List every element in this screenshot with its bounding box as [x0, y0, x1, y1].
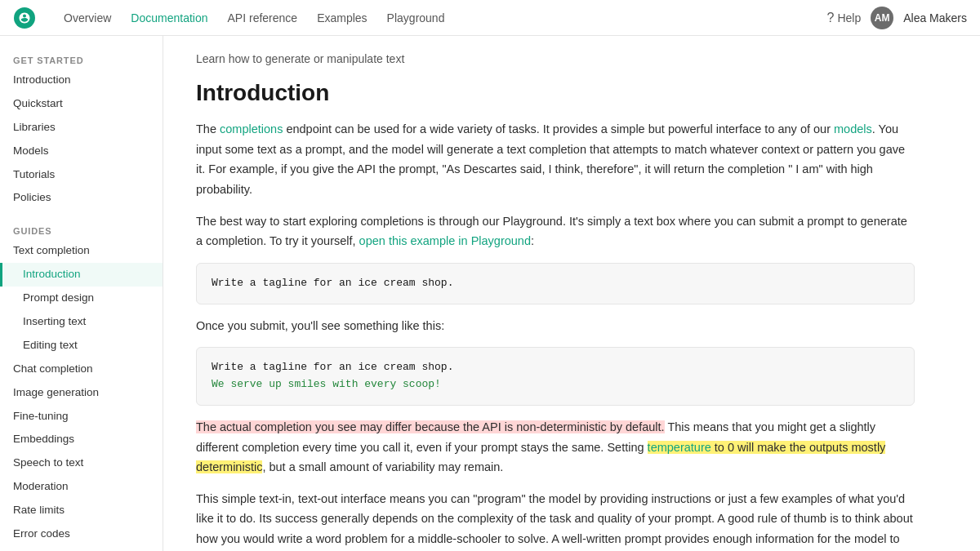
- help-label: Help: [837, 11, 861, 24]
- nav-right: ? Help AM Alea Makers: [826, 7, 967, 29]
- help-icon: ?: [826, 11, 834, 25]
- sidebar-item-text-completion[interactable]: Text completion: [0, 239, 163, 263]
- para-4: The actual completion you see may differ…: [196, 417, 915, 478]
- get-started-section-title: GET STARTED: [0, 49, 163, 69]
- sidebar-item-editing-text[interactable]: Editing text: [0, 334, 163, 358]
- para-1: The completions endpoint can be used for…: [196, 119, 915, 200]
- sidebar-item-safety-best-practices[interactable]: Safety best practices: [0, 546, 163, 551]
- sidebar-item-rate-limits[interactable]: Rate limits: [0, 499, 163, 522]
- para4-end: , but a small amount of variability may …: [262, 460, 503, 473]
- para1-before-completions: The: [196, 122, 220, 136]
- sidebar-item-models[interactable]: Models: [0, 140, 163, 163]
- para1-after-completions: endpoint can be used for a wide variety …: [283, 122, 834, 136]
- sidebar-item-image-generation[interactable]: Image generation: [0, 381, 163, 405]
- code-block-1: Write a tagline for an ice cream shop.: [196, 263, 915, 304]
- sidebar: GET STARTED Introduction Quickstart Libr…: [0, 36, 163, 551]
- code-block-2: Write a tagline for an ice cream shop. W…: [196, 347, 915, 406]
- code2-line2: We serve up smiles with every scoop!: [212, 376, 899, 393]
- code2-line1: Write a tagline for an ice cream shop.: [212, 359, 899, 376]
- help-button[interactable]: ? Help: [826, 11, 861, 25]
- sidebar-item-libraries[interactable]: Libraries: [0, 116, 163, 140]
- para-3: Once you submit, you'll see something li…: [196, 316, 915, 336]
- para-5: This simple text-in, text-out interface …: [196, 489, 915, 551]
- playground-link[interactable]: open this example in Playground: [359, 234, 531, 247]
- page-title: Introduction: [196, 80, 915, 106]
- page-subtitle: Learn how to generate or manipulate text: [196, 52, 915, 65]
- sidebar-item-fine-tuning[interactable]: Fine-tuning: [0, 405, 163, 429]
- sidebar-item-chat-completion[interactable]: Chat completion: [0, 358, 163, 381]
- nav-links: Overview Documentation API reference Exa…: [56, 7, 826, 29]
- temperature-link[interactable]: temperature: [648, 441, 711, 454]
- warning-pink-text: The actual completion you see may differ…: [196, 420, 665, 433]
- sidebar-item-prompt-design[interactable]: Prompt design: [0, 287, 163, 310]
- para2-end: :: [531, 234, 534, 247]
- nav-documentation[interactable]: Documentation: [122, 7, 216, 29]
- user-name: Alea Makers: [903, 11, 967, 24]
- sidebar-item-introduction[interactable]: Introduction: [0, 69, 163, 92]
- setting-before: Setting: [607, 441, 647, 454]
- avatar[interactable]: AM: [871, 7, 893, 29]
- sidebar-item-quickstart[interactable]: Quickstart: [0, 92, 163, 116]
- nav-examples[interactable]: Examples: [309, 7, 375, 29]
- models-link[interactable]: models: [834, 122, 872, 136]
- sidebar-item-embeddings[interactable]: Embeddings: [0, 428, 163, 451]
- sidebar-item-policies[interactable]: Policies: [0, 186, 163, 210]
- para-2: The best way to start exploring completi…: [196, 211, 915, 251]
- sidebar-item-guide-introduction[interactable]: Introduction: [0, 263, 163, 287]
- sidebar-item-tutorials[interactable]: Tutorials: [0, 163, 163, 187]
- para2-text: The best way to start exploring completi…: [196, 215, 907, 248]
- nav-playground[interactable]: Playground: [379, 7, 453, 29]
- sidebar-item-moderation[interactable]: Moderation: [0, 475, 163, 499]
- sidebar-item-speech-to-text[interactable]: Speech to text: [0, 451, 163, 475]
- nav-api-reference[interactable]: API reference: [220, 7, 306, 29]
- layout: GET STARTED Introduction Quickstart Libr…: [0, 36, 980, 551]
- logo[interactable]: [13, 7, 36, 29]
- sidebar-item-error-codes[interactable]: Error codes: [0, 522, 163, 546]
- main-content: Learn how to generate or manipulate text…: [163, 36, 947, 551]
- guides-section-title: GUIDES: [0, 220, 163, 239]
- sidebar-item-inserting-text[interactable]: Inserting text: [0, 310, 163, 334]
- code1-text: Write a tagline for an ice cream shop.: [212, 277, 453, 289]
- completions-link[interactable]: completions: [220, 122, 283, 136]
- top-navigation: Overview Documentation API reference Exa…: [0, 0, 980, 36]
- nav-overview[interactable]: Overview: [56, 7, 119, 29]
